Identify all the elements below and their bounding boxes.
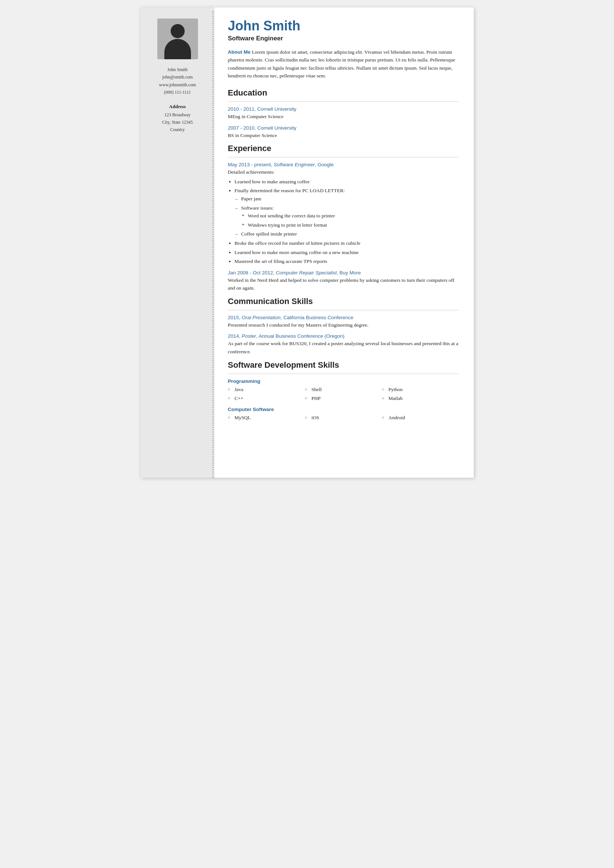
- skill-shell: Shell: [305, 385, 382, 394]
- software-col-3: Android: [382, 414, 459, 423]
- skills-cat-programming: Programming: [228, 379, 459, 384]
- sub-sub-list-1: Word not sending the correct data to pri…: [248, 212, 459, 229]
- avatar-body: [164, 39, 191, 59]
- subsub-windows: Windows trying to print in letter format: [248, 221, 459, 229]
- avatar-figure: [164, 24, 191, 59]
- resume-page: John Smith john@smith.com www.johnsmith.…: [141, 8, 474, 478]
- edu-entry-1-title: 2010 - 2011, Cornell University: [228, 106, 459, 112]
- sidebar-name: John Smith: [159, 66, 196, 73]
- sub-coffee-spilled: Coffee spilled inside printer: [241, 230, 459, 238]
- resume-name: John Smith: [228, 19, 459, 33]
- comm-entry-1-body: Presented research I conducted for my Ma…: [228, 321, 459, 329]
- avatar: [157, 19, 198, 59]
- address-line3: Country: [162, 126, 193, 133]
- skill-php: PHP: [305, 394, 382, 402]
- bullet-pcload: Finally determined the reason for PC LOA…: [235, 186, 459, 238]
- exp-entry-1-body: Detailed achievements: Learned how to ma…: [228, 168, 459, 266]
- skills-divider: [228, 374, 459, 374]
- about-me-block: About Me Lorem ipsum dolor sit amet, con…: [228, 48, 459, 80]
- sidebar-address: 123 Broadway City, State 12345 Country: [162, 111, 193, 134]
- skill-matlab: Matlab: [382, 394, 459, 402]
- programming-col-2: Shell PHP: [305, 385, 382, 404]
- programming-skills-columns: Java C++ Shell PHP Python Matlab: [228, 385, 459, 404]
- programming-col-1: Java C++: [228, 385, 305, 404]
- experience-divider: [228, 157, 459, 157]
- software-skills-columns: MySQL iOS Android: [228, 414, 459, 423]
- comm-entry-2-body: As part of the course work for BUS320, I…: [228, 340, 459, 356]
- programming-col-3: Python Matlab: [382, 385, 459, 404]
- about-me-label: About Me: [228, 49, 251, 55]
- skills-heading: Software Development Skills: [228, 360, 459, 370]
- software-col-1: MySQL: [228, 414, 305, 423]
- exp-entry-2-title: Jan 2008 - Oct 2012, Computer Repair Spe…: [228, 270, 459, 275]
- software-col-2: iOS: [305, 414, 382, 423]
- skills-cat-software: Computer Software: [228, 407, 459, 412]
- comm-entry-1-title: 2015, Oral Presentation, California Busi…: [228, 315, 459, 320]
- sidebar: John Smith john@smith.com www.johnsmith.…: [141, 8, 215, 478]
- about-me-text: Lorem ipsum dolor sit amet, consectetur …: [228, 49, 456, 79]
- education-heading: Education: [228, 88, 459, 98]
- edu-entry-1-degree: MEng in Computer Science: [228, 113, 459, 121]
- subsub-word: Word not sending the correct data to pri…: [248, 212, 459, 220]
- sub-paper-jam: Paper jam: [241, 195, 459, 203]
- skill-android: Android: [382, 414, 459, 422]
- bullet-kitten: Broke the office record for number of ki…: [235, 239, 459, 247]
- bullet-more-coffee: Learned how to make more amazing coffee …: [235, 248, 459, 257]
- sub-list-1: Paper jam Software issues: Word not send…: [241, 195, 459, 238]
- address-line2: City, State 12345: [162, 118, 193, 126]
- edu-entry-2-title: 2007 - 2010, Cornell University: [228, 125, 459, 131]
- avatar-head: [171, 24, 185, 38]
- exp-entry-1-title: May 2013 - present, Software Engineer, G…: [228, 162, 459, 168]
- bullet-coffee: Learned how to make amazing coffee: [235, 178, 459, 186]
- sidebar-website: www.johnsmith.com: [159, 81, 196, 89]
- skill-java: Java: [228, 385, 305, 394]
- exp-entry-1-bullets: Learned how to make amazing coffee Final…: [235, 178, 459, 266]
- sidebar-phone: (000) 111-1111: [159, 89, 196, 96]
- skill-python: Python: [382, 385, 459, 394]
- address-label: Address: [169, 104, 186, 110]
- resume-job-title: Software Engineer: [228, 35, 459, 42]
- skill-ios: iOS: [305, 414, 382, 422]
- edu-entry-2-degree: BS in Computer Science: [228, 132, 459, 140]
- address-line1: 123 Broadway: [162, 111, 193, 118]
- comm-entry-2-title: 2014, Poster, Annual Business Conference…: [228, 333, 459, 339]
- exp-entry-2-body: Worked in the Nerd Herd and helped to so…: [228, 276, 459, 292]
- skill-cpp: C++: [228, 394, 305, 402]
- sidebar-email: john@smith.com: [159, 73, 196, 81]
- bullet-tps: Mastered the art of filing accurate TPS …: [235, 257, 459, 266]
- sidebar-divider: [212, 8, 215, 478]
- sub-software-issues: Software issues: Word not sending the co…: [241, 204, 459, 229]
- education-divider: [228, 101, 459, 102]
- skill-mysql: MySQL: [228, 414, 305, 422]
- sidebar-contact: John Smith john@smith.com www.johnsmith.…: [159, 66, 196, 96]
- main-content: John Smith Software Engineer About Me Lo…: [215, 8, 474, 478]
- communication-heading: Communication Skills: [228, 297, 459, 306]
- experience-heading: Experience: [228, 144, 459, 153]
